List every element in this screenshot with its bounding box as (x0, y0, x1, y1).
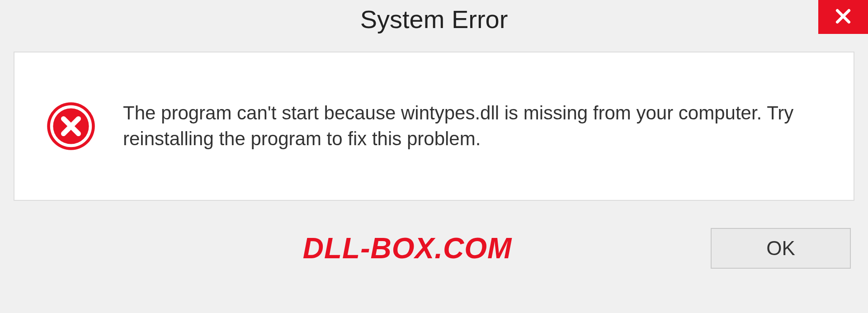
footer-left: DLL-BOX.COM (14, 232, 711, 265)
ok-button-label: OK (766, 237, 795, 260)
dialog-body: The program can't start because wintypes… (14, 52, 854, 201)
close-icon (833, 6, 853, 28)
error-icon (46, 101, 96, 151)
close-button[interactable] (818, 0, 868, 34)
dialog-footer: DLL-BOX.COM OK (0, 219, 868, 278)
dialog-header: System Error (0, 0, 868, 45)
watermark-text: DLL-BOX.COM (303, 232, 512, 265)
error-dialog: System Error The program can't start bec… (0, 0, 868, 313)
error-message: The program can't start because wintypes… (123, 100, 831, 152)
dialog-title: System Error (360, 5, 508, 34)
ok-button[interactable]: OK (711, 228, 851, 269)
